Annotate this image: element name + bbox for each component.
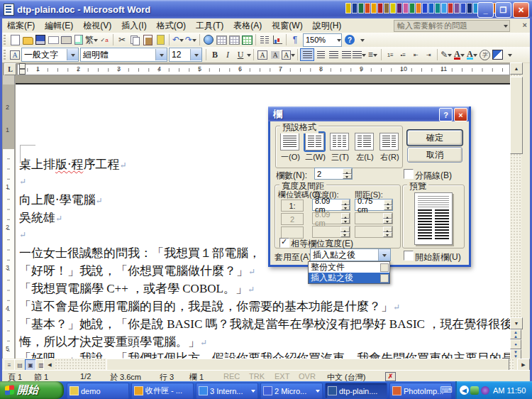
normal-view-button[interactable]: ≡ — [4, 359, 15, 371]
preset-option[interactable]: 左(L) — [355, 133, 375, 163]
dialog-help-button[interactable]: ? — [439, 108, 453, 121]
enclose-character-button[interactable]: 字 — [478, 48, 491, 61]
apply-to-dropdown-list[interactable]: 整份文件 插入點之後 — [308, 261, 390, 284]
help-button[interactable]: ? — [343, 33, 356, 46]
redo-button[interactable]: ↷ — [184, 33, 197, 46]
status-ext[interactable]: EXT — [275, 372, 289, 381]
open-button[interactable] — [21, 33, 34, 46]
undo-button[interactable]: ↶ — [172, 33, 184, 46]
taskbar-button[interactable]: dtp-plain.... — [325, 383, 387, 399]
spin-down-icon[interactable] — [384, 205, 392, 211]
horizontal-scroll-thumb[interactable] — [106, 359, 509, 371]
cut-button[interactable]: ✂ — [116, 33, 128, 46]
minimize-button[interactable]: _ — [477, 2, 494, 18]
format-painter-button[interactable] — [154, 33, 167, 46]
style-combobox[interactable]: 一般文字 — [21, 48, 79, 62]
preset-option[interactable]: 三(T) — [330, 133, 350, 163]
toolbar-options-icon[interactable] — [504, 48, 516, 61]
close-button[interactable]: ✕ — [513, 2, 529, 18]
maximize-button[interactable]: ❐ — [495, 2, 511, 18]
print-preview-button[interactable] — [72, 33, 85, 46]
start-button[interactable]: 開始 — [0, 381, 64, 399]
list-scrollbar-button[interactable] — [380, 274, 389, 283]
borders-button[interactable]: ✎ — [440, 48, 453, 61]
app-icon[interactable] — [403, 3, 409, 13]
bullets-button[interactable]: •≡ — [397, 48, 409, 61]
taskbar-button[interactable]: 3 Intern... — [196, 383, 258, 399]
status-trk[interactable]: TRK — [249, 372, 265, 381]
spin-up-icon[interactable] — [341, 200, 350, 205]
cancel-button[interactable]: 取消 — [407, 147, 462, 163]
underline-button[interactable]: U — [234, 48, 247, 61]
start-new-column-checkbox[interactable] — [404, 251, 414, 261]
scroll-up-icon[interactable]: ▲ — [510, 62, 523, 75]
increase-indent-button[interactable]: ⇥ — [422, 48, 435, 61]
app-icon[interactable] — [345, 3, 351, 13]
app-icon[interactable] — [448, 3, 453, 13]
spin-up-icon[interactable] — [343, 168, 352, 174]
character-scaling-button[interactable]: A — [282, 48, 295, 61]
dialog-close-button[interactable]: × — [454, 108, 467, 121]
menu-item[interactable]: 插入(I) — [116, 18, 151, 33]
menu-item[interactable]: 檢視(V) — [78, 18, 116, 33]
app-icon[interactable] — [467, 3, 472, 13]
window-titlebar[interactable]: dtp-plain.doc - Microsoft Word _ ❐ ✕ — [0, 0, 532, 18]
app-icon[interactable] — [352, 3, 358, 13]
menu-item[interactable]: 表格(A) — [228, 18, 267, 33]
status-ovr[interactable]: OVR — [299, 372, 316, 381]
next-page-button[interactable]: ▼▼ — [510, 349, 521, 359]
dropdown-option[interactable]: 插入點之後 — [309, 273, 389, 283]
width-field-1[interactable]: 8.09 cm — [312, 199, 350, 211]
equal-width-checkbox[interactable] — [279, 238, 289, 248]
preset-option[interactable]: 二(W) — [305, 133, 326, 163]
tables-borders-button[interactable] — [215, 33, 228, 46]
list-scrollbar-button[interactable] — [380, 263, 389, 272]
ok-button[interactable]: 確定 — [407, 130, 462, 146]
chinese-convert-button[interactable]: 繁 — [85, 33, 98, 46]
menu-item[interactable]: 工具(T) — [191, 18, 228, 33]
font-color-button[interactable]: A — [453, 48, 465, 61]
scroll-right-icon[interactable]: ▶ — [517, 359, 530, 371]
toolbar-options-icon[interactable] — [356, 33, 369, 46]
taskbar-button[interactable]: demo — [67, 383, 129, 399]
zoom-combobox[interactable]: 150% — [303, 33, 342, 47]
bold-button[interactable]: B — [209, 48, 221, 61]
first-line-indent-marker[interactable] — [19, 63, 26, 69]
vertical-ruler[interactable]: 2112345 — [3, 75, 15, 359]
mail-button[interactable] — [47, 33, 60, 46]
columns-button[interactable] — [258, 33, 271, 46]
drawing-button[interactable] — [491, 48, 504, 61]
web-layout-view-button[interactable]: ▤ — [14, 359, 26, 371]
hide-icons-chevron[interactable]: ◀ — [460, 386, 469, 395]
align-justify-button[interactable] — [340, 48, 353, 61]
app-icon[interactable] — [428, 3, 434, 13]
preset-option[interactable]: 右(R) — [379, 133, 400, 163]
print-layout-view-button[interactable]: ▣ — [25, 359, 36, 371]
menu-item[interactable]: 檔案(F) — [2, 18, 40, 33]
styles-pane-button[interactable]: A — [9, 48, 21, 61]
numbering-button[interactable]: 1≡ — [384, 48, 397, 61]
chart-button[interactable] — [271, 33, 284, 46]
spin-down-icon[interactable] — [343, 174, 352, 180]
print-button[interactable] — [60, 33, 72, 46]
highlight-button[interactable]: A — [465, 48, 478, 61]
menu-item[interactable]: 編輯(E) — [40, 18, 78, 33]
app-icon[interactable] — [377, 3, 383, 13]
insert-table-button[interactable] — [228, 33, 240, 46]
italic-button[interactable]: I — [221, 48, 234, 61]
spelling-button[interactable]: ✓a — [98, 33, 111, 46]
character-border-button[interactable]: A — [256, 48, 269, 61]
show-hide-marks-button[interactable]: ¶ — [289, 33, 301, 46]
app-icon[interactable] — [384, 3, 389, 13]
save-button[interactable] — [34, 33, 47, 46]
columns-count-stepper[interactable]: 2 — [314, 168, 353, 180]
app-icon[interactable] — [460, 3, 466, 13]
align-center-button[interactable] — [314, 48, 327, 61]
tray-icon-purple[interactable] — [481, 386, 489, 395]
tray-icon-green[interactable] — [470, 386, 479, 395]
app-icon[interactable] — [371, 3, 377, 13]
app-icon[interactable] — [454, 3, 460, 13]
app-icon[interactable] — [390, 3, 396, 13]
select-browse-object-button[interactable]: ● — [510, 339, 521, 349]
dropdown-option[interactable]: 整份文件 — [309, 262, 389, 273]
